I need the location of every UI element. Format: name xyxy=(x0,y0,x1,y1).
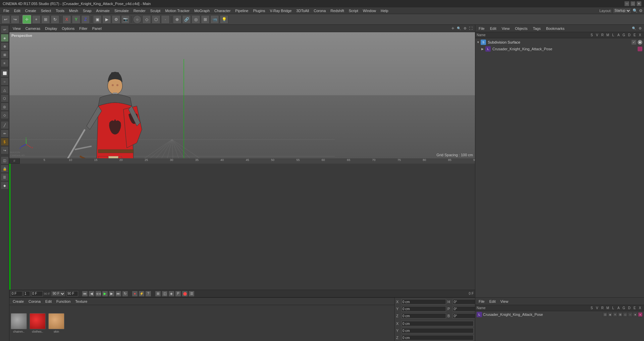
gear-icon[interactable]: ⚙ xyxy=(639,8,643,13)
z-axis-button[interactable]: Z xyxy=(81,15,90,24)
tool-line[interactable]: ╱ xyxy=(1,121,9,129)
tool-pen[interactable]: ✏ xyxy=(1,129,9,137)
menu-redshift[interactable]: Redshift xyxy=(328,8,346,13)
attr-object-row[interactable]: L Crusader_Knight_King_Attack_Pose ⊡ ◈ ≡… xyxy=(475,311,644,318)
live-select-button[interactable]: ✛ xyxy=(22,15,31,24)
vp-zoom-icon[interactable]: 🔍 xyxy=(456,26,462,31)
camera-icon-button[interactable]: 📹 xyxy=(210,15,219,24)
mat-menu-create[interactable]: Create xyxy=(11,299,26,304)
coord-z-input[interactable] xyxy=(401,313,446,319)
tool-lock[interactable]: 🔒 xyxy=(1,165,9,173)
layout-select[interactable]: Startup xyxy=(613,8,631,14)
polygon-mode-button[interactable]: ⬡ xyxy=(152,15,160,24)
record-button[interactable]: ● xyxy=(132,291,138,297)
play-button[interactable]: ▶ xyxy=(102,291,108,297)
menu-render[interactable]: Render xyxy=(131,8,148,13)
menu-window[interactable]: Window xyxy=(361,8,378,13)
solo-button[interactable]: ◎ xyxy=(192,15,200,24)
go-to-start-button[interactable]: ⏮ xyxy=(82,291,88,297)
object-mode-button[interactable]: ○ xyxy=(133,15,142,24)
menu-pipeline[interactable]: Pipeline xyxy=(233,8,250,13)
point-mode-button[interactable]: · xyxy=(161,15,170,24)
tag-icon-5[interactable]: ◇ xyxy=(623,312,628,317)
play-reverse-button[interactable]: ◀◀ xyxy=(95,291,101,297)
vp-menu-options[interactable]: Options xyxy=(60,26,76,31)
frame-mode-select[interactable]: 90 F xyxy=(51,291,65,297)
tool-diamond[interactable]: ◆ xyxy=(1,181,9,189)
menu-plugins[interactable]: Plugins xyxy=(251,8,267,13)
tool-cube[interactable]: ⬜ xyxy=(1,69,9,77)
menu-edit[interactable]: Edit xyxy=(12,8,22,13)
redo-button[interactable]: ↪ xyxy=(11,15,19,24)
tag-icon-7[interactable]: ● xyxy=(633,312,638,317)
obj-search-icon[interactable]: 🔍 xyxy=(631,26,637,31)
rotate-tool-button[interactable]: ↻ xyxy=(51,15,59,24)
tool-polygon[interactable]: ◇ xyxy=(1,111,9,119)
size-x-input[interactable] xyxy=(401,321,474,326)
timeline-btn5[interactable]: ⬤ xyxy=(182,291,188,297)
vp-menu-filter[interactable]: Filter xyxy=(77,26,89,31)
attr-menu-view[interactable]: View xyxy=(498,299,511,304)
obj-menu-edit[interactable]: Edit xyxy=(488,26,498,31)
grid-button[interactable]: ⊞ xyxy=(201,15,210,24)
menu-character[interactable]: Character xyxy=(212,8,232,13)
fps-input[interactable] xyxy=(23,291,30,296)
tag-icon-1[interactable]: ⊡ xyxy=(603,312,607,317)
loop-button[interactable]: ↻ xyxy=(122,291,128,297)
timeline-track[interactable] xyxy=(9,164,475,290)
material-chainmail[interactable]: chainm.. xyxy=(11,313,27,333)
menu-select[interactable]: Select xyxy=(39,8,53,13)
attr-menu-edit[interactable]: Edit xyxy=(487,299,498,304)
mat-menu-edit[interactable]: Edit xyxy=(43,299,54,304)
search-icon[interactable]: 🔍 xyxy=(633,8,638,13)
vp-menu-view[interactable]: View xyxy=(11,26,23,31)
subdiv-tag1[interactable]: ✓ xyxy=(632,40,636,45)
menu-script[interactable]: Script xyxy=(347,8,360,13)
tag-icon-6[interactable]: ○ xyxy=(628,312,633,317)
menu-snap[interactable]: Snap xyxy=(81,8,94,13)
tool-sphere[interactable]: ○ xyxy=(1,77,9,86)
tool-layers2[interactable]: ◫ xyxy=(1,156,9,164)
mat-menu-texture[interactable]: Texture xyxy=(73,299,89,304)
timeline-btn1[interactable]: ⊞ xyxy=(155,291,161,297)
tool-cylinder[interactable]: ⬡ xyxy=(1,94,9,102)
attr-menu-file[interactable]: File xyxy=(477,299,487,304)
timeline-btn6[interactable]: ☰ xyxy=(189,291,195,297)
vp-menu-cameras[interactable]: Cameras xyxy=(23,26,43,31)
material-skin[interactable]: skin xyxy=(48,313,64,333)
menu-mesh[interactable]: Mesh xyxy=(67,8,80,13)
current-frame-input[interactable] xyxy=(11,291,22,296)
x-axis-button[interactable]: X xyxy=(62,15,71,24)
step-back-button[interactable]: ◀ xyxy=(89,291,95,297)
mat-menu-corona[interactable]: Corona xyxy=(26,299,43,304)
key-info-button[interactable]: ? xyxy=(145,291,151,297)
obj-menu-objects[interactable]: Objects xyxy=(513,26,529,31)
menu-3dtoall[interactable]: 3DToAll xyxy=(294,8,311,13)
minimize-button[interactable]: ─ xyxy=(625,1,629,6)
step-forward-button[interactable]: ▶ xyxy=(109,291,115,297)
scale-tool-button[interactable]: ⊞ xyxy=(41,15,50,24)
coord-y-input[interactable] xyxy=(401,306,446,311)
menu-file[interactable]: File xyxy=(1,8,11,13)
obj-menu-view[interactable]: View xyxy=(500,26,512,31)
render-active-view-button[interactable]: ▶ xyxy=(102,15,111,24)
obj-row-subdivision[interactable]: ▼ S Subdivision Surface ✓ ● xyxy=(475,39,644,46)
vp-menu-display[interactable]: Display xyxy=(43,26,59,31)
auto-key-button[interactable]: ⚡ xyxy=(139,291,145,297)
tool-select[interactable]: ◈ xyxy=(1,34,9,42)
undo-button[interactable]: ↩ xyxy=(1,15,10,24)
tool-dollar[interactable]: $ xyxy=(1,138,9,146)
enable-axis-button[interactable]: ⊕ xyxy=(173,15,181,24)
mat-menu-function[interactable]: Function xyxy=(54,299,72,304)
tool-layers[interactable]: ≡ xyxy=(1,59,9,67)
start-frame-input[interactable] xyxy=(31,291,43,296)
knight-expand[interactable]: ▶ xyxy=(481,47,485,51)
render-settings-button[interactable]: ⚙ xyxy=(112,15,120,24)
timeline-btn2[interactable]: ◫ xyxy=(162,291,168,297)
tool-torus[interactable]: ◎ xyxy=(1,103,9,111)
tool-undo[interactable]: ↩ xyxy=(1,25,9,34)
menu-corona[interactable]: Corona xyxy=(312,8,328,13)
vp-settings-icon[interactable]: ⚙ xyxy=(462,26,468,31)
menu-motion-tracker[interactable]: Motion Tracker xyxy=(163,8,192,13)
tool-stack[interactable]: ☰ xyxy=(1,173,9,181)
